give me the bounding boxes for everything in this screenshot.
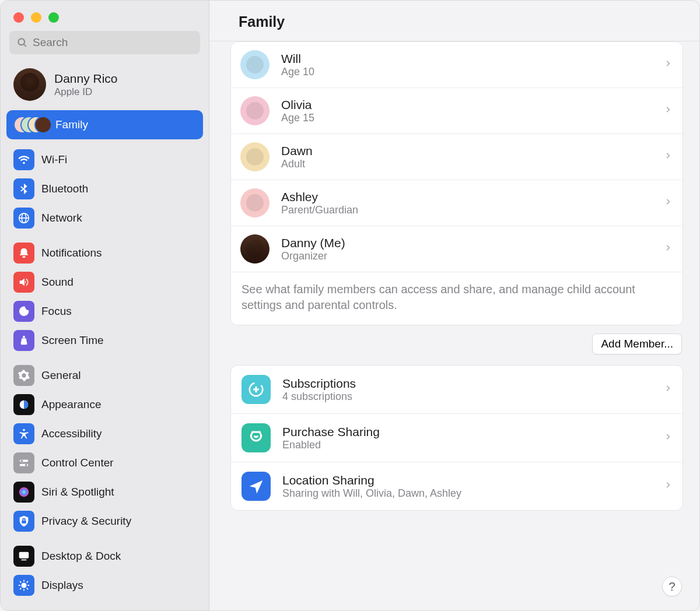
family-member-row[interactable]: DawnAdult — [231, 134, 682, 180]
sidebar-item-label: Focus — [41, 305, 72, 318]
add-member-button[interactable]: Add Member... — [592, 333, 682, 354]
sidebar-item-label: Bluetooth — [41, 182, 88, 195]
window-controls — [1, 1, 209, 23]
svg-line-22 — [27, 581, 28, 582]
help-button[interactable]: ? — [662, 577, 682, 596]
sidebar-item-label: Siri & Spotlight — [41, 486, 114, 498]
member-name: Will — [281, 51, 652, 66]
sidebar-item-screentime[interactable]: Screen Time — [6, 326, 203, 355]
wifi-icon — [13, 149, 34, 170]
svg-line-21 — [20, 588, 21, 589]
bluetooth-icon — [13, 178, 34, 199]
sidebar-item-label: Appearance — [41, 398, 101, 411]
desktop-icon — [13, 546, 34, 567]
sidebar-item-general[interactable]: General — [6, 361, 203, 390]
member-avatar — [240, 96, 270, 125]
sidebar-item-privacy[interactable]: Privacy & Security — [6, 507, 203, 536]
svg-rect-13 — [21, 560, 26, 561]
search-field[interactable] — [9, 31, 200, 54]
chevron-right-icon — [664, 57, 672, 72]
sidebar-item-focus[interactable]: Focus — [6, 297, 203, 326]
sidebar-item-controlcenter[interactable]: Control Center — [6, 448, 203, 477]
sidebar-item-notifications[interactable]: Notifications — [6, 238, 203, 268]
feature-title: Subscriptions — [282, 377, 652, 391]
sidebar-item-label: Family — [55, 118, 88, 131]
sidebar-list: Family Wi-FiBluetoothNetworkNotification… — [1, 110, 209, 610]
member-role: Organizer — [281, 250, 652, 262]
sidebar-item-siri[interactable]: Siri & Spotlight — [6, 477, 203, 507]
member-role: Age 10 — [281, 66, 652, 78]
family-member-row[interactable]: Danny (Me)Organizer — [231, 226, 682, 272]
apple-id-row[interactable]: Danny Rico Apple ID — [1, 62, 209, 110]
svg-point-6 — [23, 429, 25, 431]
member-name: Ashley — [281, 189, 652, 204]
chevron-right-icon — [664, 479, 672, 494]
sidebar-item-appearance[interactable]: Appearance — [6, 390, 203, 419]
feature-title: Purchase Sharing — [282, 425, 652, 439]
displays-icon — [13, 575, 34, 596]
sidebar-item-desktop[interactable]: Desktop & Dock — [6, 542, 203, 571]
member-role: Age 15 — [281, 112, 652, 124]
sidebar-item-label: Sound — [41, 276, 74, 289]
minimize-window-button[interactable] — [31, 12, 41, 23]
feature-row-location[interactable]: Location SharingSharing with Will, Olivi… — [231, 462, 682, 510]
member-avatar — [240, 234, 270, 264]
sidebar-item-label: Accessibility — [41, 427, 102, 440]
chevron-right-icon — [664, 430, 672, 445]
sidebar-item-bluetooth[interactable]: Bluetooth — [6, 174, 203, 203]
member-role: Adult — [281, 158, 652, 170]
sidebar-item-displays[interactable]: Displays — [6, 571, 203, 600]
location-icon — [242, 472, 271, 501]
chevron-right-icon — [664, 241, 672, 257]
titlebar: Family — [209, 1, 699, 41]
content-scroll[interactable]: WillAge 10OliviaAge 15DawnAdultAshleyPar… — [209, 41, 699, 610]
sidebar-item-label: Network — [41, 212, 82, 224]
sound-icon — [13, 272, 34, 293]
sidebar-item-label: Screen Time — [41, 334, 104, 347]
subscriptions-icon — [242, 375, 271, 404]
search-icon — [16, 37, 28, 48]
siri-icon — [13, 482, 34, 503]
sidebar-item-label: Control Center — [41, 457, 114, 469]
general-icon — [13, 365, 34, 386]
feature-row-purchase[interactable]: Purchase SharingEnabled — [231, 414, 682, 462]
network-icon — [13, 208, 34, 229]
feature-title: Location Sharing — [282, 473, 652, 487]
feature-sub: 4 subscriptions — [282, 391, 652, 403]
fullscreen-window-button[interactable] — [48, 12, 59, 23]
search-input[interactable] — [33, 36, 193, 49]
feature-sub: Enabled — [282, 439, 652, 451]
sidebar-item-network[interactable]: Network — [6, 203, 203, 233]
svg-point-10 — [25, 464, 27, 466]
family-member-row[interactable]: OliviaAge 15 — [231, 88, 682, 134]
feature-row-subscriptions[interactable]: Subscriptions4 subscriptions — [231, 366, 682, 414]
sidebar-item-family[interactable]: Family — [6, 110, 203, 139]
family-member-row[interactable]: WillAge 10 — [231, 42, 682, 88]
svg-point-0 — [18, 38, 24, 45]
user-sub: Apple ID — [54, 86, 118, 98]
sidebar-item-wifi[interactable]: Wi-Fi — [6, 145, 203, 174]
page-title: Family — [239, 13, 699, 30]
member-name: Dawn — [281, 143, 652, 158]
sidebar-item-accessibility[interactable]: Accessibility — [6, 419, 203, 448]
svg-point-11 — [19, 487, 29, 497]
family-member-row[interactable]: AshleyParent/Guardian — [231, 180, 682, 226]
sidebar-item-label: Desktop & Dock — [41, 550, 121, 563]
close-window-button[interactable] — [13, 12, 24, 23]
appearance-icon — [13, 394, 34, 415]
svg-line-1 — [24, 44, 26, 47]
svg-rect-12 — [19, 552, 29, 559]
sidebar-item-label: General — [41, 369, 81, 382]
svg-line-20 — [27, 588, 28, 589]
svg-point-14 — [21, 582, 26, 588]
chevron-right-icon — [664, 382, 672, 397]
sidebar: Danny Rico Apple ID Family Wi-FiBluetoot… — [1, 1, 209, 610]
members-footer-text: See what family members can access and s… — [231, 272, 682, 325]
main-panel: Family WillAge 10OliviaAge 15DawnAdultAs… — [209, 1, 699, 610]
svg-point-9 — [21, 460, 23, 462]
sidebar-item-sound[interactable]: Sound — [6, 268, 203, 297]
notifications-icon — [13, 243, 34, 264]
member-avatar — [240, 50, 270, 79]
svg-line-19 — [20, 581, 21, 582]
purchase-icon — [242, 423, 271, 452]
